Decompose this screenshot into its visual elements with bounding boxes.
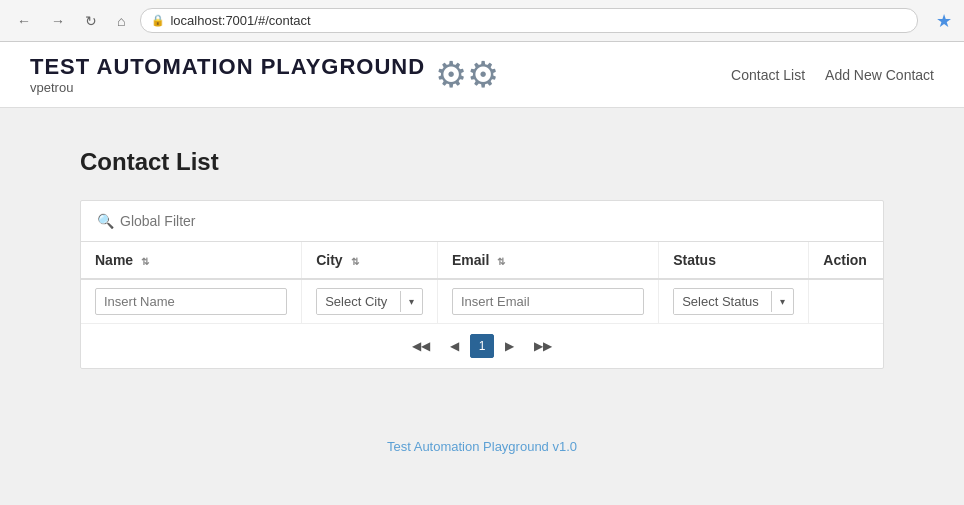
status-select[interactable]: Select Status xyxy=(674,289,771,314)
city-filter-cell: Select City ▾ xyxy=(302,279,438,324)
status-select-arrow[interactable]: ▾ xyxy=(771,291,793,312)
column-header-name[interactable]: Name ⇅ xyxy=(81,242,302,279)
name-filter-cell xyxy=(81,279,302,324)
global-filter-input[interactable] xyxy=(120,213,867,229)
lock-icon: 🔒 xyxy=(151,14,165,27)
column-header-city[interactable]: City ⇅ xyxy=(302,242,438,279)
page-last-button[interactable]: ▶▶ xyxy=(525,334,561,358)
browser-toolbar: ← → ↻ ⌂ 🔒 localhost:7001/#/contact ★ xyxy=(0,0,964,41)
page-title: Contact List xyxy=(80,148,884,176)
column-name-label: Name xyxy=(95,252,133,268)
app-title: TEST AUTOMATION PLAYGROUND xyxy=(30,54,425,80)
status-filter-cell: Select Status ▾ xyxy=(659,279,809,324)
column-action-label: Action xyxy=(823,252,867,268)
main-content: Contact List 🔍 Name ⇅ City ⇅ xyxy=(0,108,964,409)
pagination-row: ◀◀ ◀ 1 ▶ ▶▶ xyxy=(81,324,883,368)
forward-button[interactable]: → xyxy=(46,11,70,31)
back-button[interactable]: ← xyxy=(12,11,36,31)
email-sort-icon[interactable]: ⇅ xyxy=(497,256,505,267)
app-subtitle: vpetrou xyxy=(30,80,425,95)
browser-chrome: ← → ↻ ⌂ 🔒 localhost:7001/#/contact ★ xyxy=(0,0,964,42)
nav-contact-list[interactable]: Contact List xyxy=(731,67,805,83)
app-footer: Test Automation Playground v1.0 xyxy=(0,409,964,484)
page-1-button[interactable]: 1 xyxy=(470,334,495,358)
refresh-button[interactable]: ↻ xyxy=(80,11,102,31)
city-select-arrow[interactable]: ▾ xyxy=(400,291,422,312)
column-header-email[interactable]: Email ⇅ xyxy=(437,242,658,279)
city-select[interactable]: Select City xyxy=(317,289,400,314)
bookmark-star-icon[interactable]: ★ xyxy=(936,10,952,32)
page-prev-button[interactable]: ◀ xyxy=(441,334,468,358)
table-container: 🔍 Name ⇅ City ⇅ Email ⇅ xyxy=(80,200,884,369)
city-select-wrapper: Select City ▾ xyxy=(316,288,423,315)
table-filter-row: Select City ▾ Select Status xyxy=(81,279,883,324)
column-header-status: Status xyxy=(659,242,809,279)
home-button[interactable]: ⌂ xyxy=(112,11,130,31)
app-brand: TEST AUTOMATION PLAYGROUND vpetrou ⚙⚙ xyxy=(30,54,499,95)
url-text: localhost:7001/#/contact xyxy=(170,13,310,28)
data-table: Name ⇅ City ⇅ Email ⇅ Status xyxy=(81,242,883,324)
search-icon: 🔍 xyxy=(97,213,114,229)
global-filter-row: 🔍 xyxy=(81,201,883,242)
column-city-label: City xyxy=(316,252,342,268)
app-header: TEST AUTOMATION PLAYGROUND vpetrou ⚙⚙ Co… xyxy=(0,42,964,108)
page-next-button[interactable]: ▶ xyxy=(496,334,523,358)
app-title-block: TEST AUTOMATION PLAYGROUND vpetrou xyxy=(30,54,425,95)
name-filter-input[interactable] xyxy=(95,288,287,315)
column-email-label: Email xyxy=(452,252,489,268)
city-sort-icon[interactable]: ⇅ xyxy=(351,256,359,267)
footer-text: Test Automation Playground v1.0 xyxy=(387,439,577,454)
address-bar[interactable]: 🔒 localhost:7001/#/contact xyxy=(140,8,918,33)
nav-add-new-contact[interactable]: Add New Contact xyxy=(825,67,934,83)
column-status-label: Status xyxy=(673,252,716,268)
gears-icon: ⚙⚙ xyxy=(435,57,499,93)
action-filter-cell xyxy=(809,279,883,324)
status-select-wrapper: Select Status ▾ xyxy=(673,288,794,315)
table-header-row: Name ⇅ City ⇅ Email ⇅ Status xyxy=(81,242,883,279)
column-header-action: Action xyxy=(809,242,883,279)
name-sort-icon[interactable]: ⇅ xyxy=(141,256,149,267)
page-first-button[interactable]: ◀◀ xyxy=(403,334,439,358)
email-filter-input[interactable] xyxy=(452,288,644,315)
app-nav: Contact List Add New Contact xyxy=(731,67,934,83)
email-filter-cell xyxy=(437,279,658,324)
